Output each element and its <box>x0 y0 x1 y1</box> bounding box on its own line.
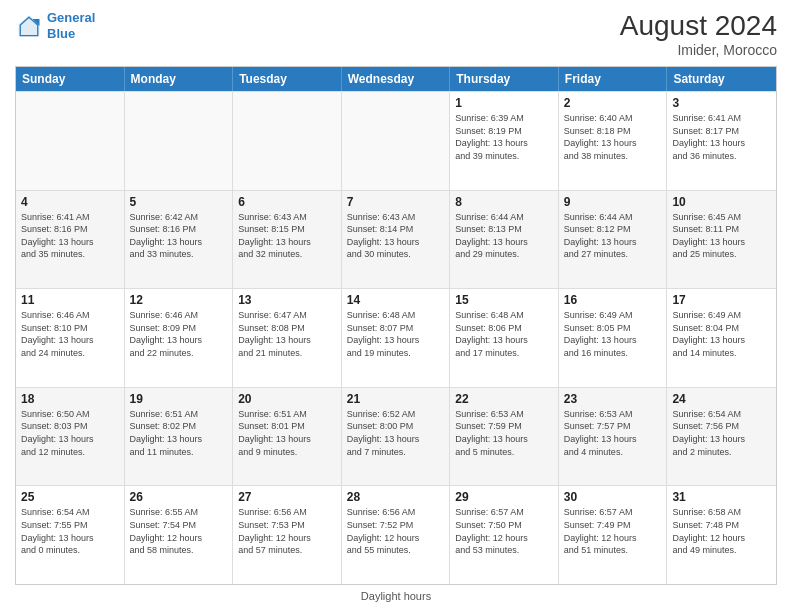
day-info: Sunrise: 6:56 AM Sunset: 7:53 PM Dayligh… <box>238 506 336 556</box>
cal-header-monday: Monday <box>125 67 234 91</box>
day-number: 5 <box>130 195 228 209</box>
cal-cell-empty <box>16 92 125 190</box>
day-number: 20 <box>238 392 336 406</box>
day-info: Sunrise: 6:46 AM Sunset: 8:09 PM Dayligh… <box>130 309 228 359</box>
cal-header-friday: Friday <box>559 67 668 91</box>
day-info: Sunrise: 6:49 AM Sunset: 8:05 PM Dayligh… <box>564 309 662 359</box>
cal-cell-day-24: 24Sunrise: 6:54 AM Sunset: 7:56 PM Dayli… <box>667 388 776 486</box>
day-info: Sunrise: 6:43 AM Sunset: 8:14 PM Dayligh… <box>347 211 445 261</box>
day-number: 27 <box>238 490 336 504</box>
day-number: 2 <box>564 96 662 110</box>
logo-text: General Blue <box>47 10 95 41</box>
cal-cell-day-19: 19Sunrise: 6:51 AM Sunset: 8:02 PM Dayli… <box>125 388 234 486</box>
cal-header-thursday: Thursday <box>450 67 559 91</box>
day-number: 21 <box>347 392 445 406</box>
day-info: Sunrise: 6:44 AM Sunset: 8:13 PM Dayligh… <box>455 211 553 261</box>
day-number: 22 <box>455 392 553 406</box>
cal-cell-day-25: 25Sunrise: 6:54 AM Sunset: 7:55 PM Dayli… <box>16 486 125 584</box>
day-info: Sunrise: 6:53 AM Sunset: 7:57 PM Dayligh… <box>564 408 662 458</box>
month-year: August 2024 <box>620 10 777 42</box>
day-number: 14 <box>347 293 445 307</box>
cal-cell-day-2: 2Sunrise: 6:40 AM Sunset: 8:18 PM Daylig… <box>559 92 668 190</box>
day-info: Sunrise: 6:47 AM Sunset: 8:08 PM Dayligh… <box>238 309 336 359</box>
location: Imider, Morocco <box>620 42 777 58</box>
cal-cell-day-21: 21Sunrise: 6:52 AM Sunset: 8:00 PM Dayli… <box>342 388 451 486</box>
day-number: 25 <box>21 490 119 504</box>
day-info: Sunrise: 6:48 AM Sunset: 8:07 PM Dayligh… <box>347 309 445 359</box>
day-number: 16 <box>564 293 662 307</box>
day-number: 7 <box>347 195 445 209</box>
cal-cell-day-15: 15Sunrise: 6:48 AM Sunset: 8:06 PM Dayli… <box>450 289 559 387</box>
day-number: 19 <box>130 392 228 406</box>
cal-cell-day-8: 8Sunrise: 6:44 AM Sunset: 8:13 PM Daylig… <box>450 191 559 289</box>
day-number: 24 <box>672 392 771 406</box>
day-info: Sunrise: 6:51 AM Sunset: 8:02 PM Dayligh… <box>130 408 228 458</box>
cal-cell-day-3: 3Sunrise: 6:41 AM Sunset: 8:17 PM Daylig… <box>667 92 776 190</box>
logo-general: General <box>47 10 95 25</box>
cal-week-2: 4Sunrise: 6:41 AM Sunset: 8:16 PM Daylig… <box>16 190 776 289</box>
footer: Daylight hours <box>15 590 777 602</box>
cal-week-3: 11Sunrise: 6:46 AM Sunset: 8:10 PM Dayli… <box>16 288 776 387</box>
cal-cell-day-30: 30Sunrise: 6:57 AM Sunset: 7:49 PM Dayli… <box>559 486 668 584</box>
day-number: 17 <box>672 293 771 307</box>
day-number: 31 <box>672 490 771 504</box>
day-number: 10 <box>672 195 771 209</box>
cal-cell-day-28: 28Sunrise: 6:56 AM Sunset: 7:52 PM Dayli… <box>342 486 451 584</box>
logo-blue: Blue <box>47 26 75 41</box>
day-number: 12 <box>130 293 228 307</box>
day-info: Sunrise: 6:57 AM Sunset: 7:49 PM Dayligh… <box>564 506 662 556</box>
day-info: Sunrise: 6:43 AM Sunset: 8:15 PM Dayligh… <box>238 211 336 261</box>
day-number: 26 <box>130 490 228 504</box>
cal-header-wednesday: Wednesday <box>342 67 451 91</box>
day-info: Sunrise: 6:53 AM Sunset: 7:59 PM Dayligh… <box>455 408 553 458</box>
cal-cell-empty <box>125 92 234 190</box>
cal-cell-day-10: 10Sunrise: 6:45 AM Sunset: 8:11 PM Dayli… <box>667 191 776 289</box>
day-info: Sunrise: 6:55 AM Sunset: 7:54 PM Dayligh… <box>130 506 228 556</box>
cal-cell-day-6: 6Sunrise: 6:43 AM Sunset: 8:15 PM Daylig… <box>233 191 342 289</box>
day-number: 28 <box>347 490 445 504</box>
calendar-header-row: SundayMondayTuesdayWednesdayThursdayFrid… <box>16 67 776 91</box>
day-number: 23 <box>564 392 662 406</box>
day-info: Sunrise: 6:48 AM Sunset: 8:06 PM Dayligh… <box>455 309 553 359</box>
logo: General Blue <box>15 10 95 41</box>
day-info: Sunrise: 6:44 AM Sunset: 8:12 PM Dayligh… <box>564 211 662 261</box>
cal-cell-empty <box>233 92 342 190</box>
page: General Blue August 2024 Imider, Morocco… <box>0 0 792 612</box>
cal-cell-empty <box>342 92 451 190</box>
day-info: Sunrise: 6:52 AM Sunset: 8:00 PM Dayligh… <box>347 408 445 458</box>
day-info: Sunrise: 6:56 AM Sunset: 7:52 PM Dayligh… <box>347 506 445 556</box>
cal-cell-day-9: 9Sunrise: 6:44 AM Sunset: 8:12 PM Daylig… <box>559 191 668 289</box>
cal-week-1: 1Sunrise: 6:39 AM Sunset: 8:19 PM Daylig… <box>16 91 776 190</box>
cal-cell-day-13: 13Sunrise: 6:47 AM Sunset: 8:08 PM Dayli… <box>233 289 342 387</box>
cal-cell-day-29: 29Sunrise: 6:57 AM Sunset: 7:50 PM Dayli… <box>450 486 559 584</box>
cal-cell-day-14: 14Sunrise: 6:48 AM Sunset: 8:07 PM Dayli… <box>342 289 451 387</box>
day-info: Sunrise: 6:50 AM Sunset: 8:03 PM Dayligh… <box>21 408 119 458</box>
cal-cell-day-26: 26Sunrise: 6:55 AM Sunset: 7:54 PM Dayli… <box>125 486 234 584</box>
day-number: 4 <box>21 195 119 209</box>
cal-cell-day-4: 4Sunrise: 6:41 AM Sunset: 8:16 PM Daylig… <box>16 191 125 289</box>
day-number: 11 <box>21 293 119 307</box>
day-number: 9 <box>564 195 662 209</box>
day-info: Sunrise: 6:54 AM Sunset: 7:56 PM Dayligh… <box>672 408 771 458</box>
cal-cell-day-11: 11Sunrise: 6:46 AM Sunset: 8:10 PM Dayli… <box>16 289 125 387</box>
day-number: 3 <box>672 96 771 110</box>
cal-cell-day-7: 7Sunrise: 6:43 AM Sunset: 8:14 PM Daylig… <box>342 191 451 289</box>
cal-cell-day-12: 12Sunrise: 6:46 AM Sunset: 8:09 PM Dayli… <box>125 289 234 387</box>
cal-header-tuesday: Tuesday <box>233 67 342 91</box>
day-info: Sunrise: 6:54 AM Sunset: 7:55 PM Dayligh… <box>21 506 119 556</box>
logo-icon <box>15 12 43 40</box>
day-info: Sunrise: 6:51 AM Sunset: 8:01 PM Dayligh… <box>238 408 336 458</box>
day-number: 8 <box>455 195 553 209</box>
cal-header-sunday: Sunday <box>16 67 125 91</box>
day-info: Sunrise: 6:40 AM Sunset: 8:18 PM Dayligh… <box>564 112 662 162</box>
svg-marker-1 <box>19 15 40 36</box>
day-info: Sunrise: 6:49 AM Sunset: 8:04 PM Dayligh… <box>672 309 771 359</box>
day-info: Sunrise: 6:39 AM Sunset: 8:19 PM Dayligh… <box>455 112 553 162</box>
cal-week-4: 18Sunrise: 6:50 AM Sunset: 8:03 PM Dayli… <box>16 387 776 486</box>
cal-cell-day-31: 31Sunrise: 6:58 AM Sunset: 7:48 PM Dayli… <box>667 486 776 584</box>
day-info: Sunrise: 6:41 AM Sunset: 8:17 PM Dayligh… <box>672 112 771 162</box>
day-number: 13 <box>238 293 336 307</box>
cal-cell-day-17: 17Sunrise: 6:49 AM Sunset: 8:04 PM Dayli… <box>667 289 776 387</box>
calendar: SundayMondayTuesdayWednesdayThursdayFrid… <box>15 66 777 585</box>
day-number: 1 <box>455 96 553 110</box>
